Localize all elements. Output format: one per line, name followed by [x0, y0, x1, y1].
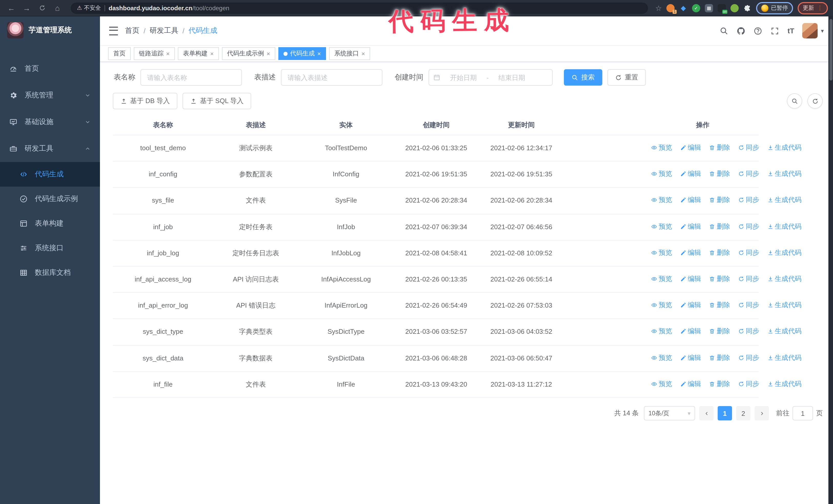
- page-button-2[interactable]: 2: [736, 406, 751, 421]
- sidebar-item-infra[interactable]: 基础设施: [0, 109, 100, 135]
- edit-link[interactable]: 编辑: [680, 379, 701, 389]
- extension-icon-4[interactable]: ▦: [705, 4, 713, 12]
- sidebar-item-form-builder[interactable]: 表单构建: [0, 211, 100, 236]
- delete-link[interactable]: 删除: [709, 143, 730, 153]
- table-name-input[interactable]: [140, 69, 242, 86]
- delete-link[interactable]: 删除: [709, 195, 730, 205]
- search-button[interactable]: 搜索: [564, 69, 602, 86]
- edit-link[interactable]: 编辑: [680, 300, 701, 310]
- import-sql-button[interactable]: 基于 SQL 导入: [183, 93, 252, 109]
- extensions-puzzle-icon[interactable]: [743, 4, 752, 12]
- bookmark-star-icon[interactable]: ☆: [656, 4, 662, 12]
- generate-code-link[interactable]: 生成代码: [767, 169, 802, 179]
- close-icon[interactable]: ×: [166, 50, 170, 57]
- sync-link[interactable]: 同步: [738, 326, 759, 337]
- generate-code-link[interactable]: 生成代码: [767, 248, 802, 258]
- preview-link[interactable]: 预览: [651, 221, 672, 232]
- sync-link[interactable]: 同步: [738, 221, 759, 232]
- help-icon[interactable]: [754, 26, 763, 35]
- sync-link[interactable]: 同步: [738, 274, 759, 284]
- prev-page-button[interactable]: [699, 406, 714, 421]
- sync-link[interactable]: 同步: [738, 379, 759, 389]
- sidebar-item-codegen[interactable]: 代码生成: [0, 162, 100, 187]
- edit-link[interactable]: 编辑: [680, 195, 701, 205]
- preview-link[interactable]: 预览: [651, 195, 672, 205]
- extension-icon-1[interactable]: 1: [666, 4, 674, 12]
- font-size-icon[interactable]: tT: [788, 27, 794, 35]
- sync-link[interactable]: 同步: [738, 248, 759, 258]
- preview-link[interactable]: 预览: [651, 143, 672, 153]
- close-icon[interactable]: ×: [317, 50, 321, 57]
- edit-link[interactable]: 编辑: [680, 353, 701, 363]
- generate-code-link[interactable]: 生成代码: [767, 195, 802, 205]
- tab-codegen[interactable]: 代码生成×: [278, 47, 326, 60]
- page-scrollbar[interactable]: [828, 16, 833, 504]
- generate-code-link[interactable]: 生成代码: [767, 300, 802, 310]
- toggle-search-button[interactable]: [787, 93, 802, 109]
- sync-link[interactable]: 同步: [738, 143, 759, 153]
- delete-link[interactable]: 删除: [709, 353, 730, 363]
- preview-link[interactable]: 预览: [651, 248, 672, 258]
- sidebar-item-home[interactable]: 首页: [0, 55, 100, 82]
- next-page-button[interactable]: [755, 406, 769, 421]
- breadcrumb-home[interactable]: 首页: [125, 26, 139, 35]
- page-button-1[interactable]: 1: [718, 406, 732, 421]
- generate-code-link[interactable]: 生成代码: [767, 221, 802, 232]
- browser-back-button[interactable]: ←: [5, 2, 18, 14]
- search-icon[interactable]: [720, 26, 729, 35]
- delete-link[interactable]: 删除: [709, 274, 730, 284]
- github-icon[interactable]: [737, 26, 745, 35]
- browser-profile-chip[interactable]: 已暂停: [756, 2, 793, 14]
- reset-button[interactable]: 重置: [608, 69, 646, 86]
- start-date-input[interactable]: [443, 73, 484, 82]
- more-menu-icon[interactable]: ⋮: [817, 5, 823, 11]
- extension-icon-2[interactable]: ◆: [679, 4, 687, 12]
- preview-link[interactable]: 预览: [651, 379, 672, 389]
- extension-icon-5[interactable]: on: [718, 4, 726, 12]
- delete-link[interactable]: 删除: [709, 326, 730, 337]
- import-db-button[interactable]: 基于 DB 导入: [113, 93, 177, 109]
- breadcrumb-devtools[interactable]: 研发工具: [150, 26, 178, 35]
- tab-codegen-example[interactable]: 代码生成示例×: [222, 47, 275, 60]
- generate-code-link[interactable]: 生成代码: [767, 274, 802, 284]
- browser-home-button[interactable]: ⌂: [51, 2, 64, 14]
- close-icon[interactable]: ×: [210, 50, 214, 57]
- edit-link[interactable]: 编辑: [680, 274, 701, 284]
- tab-trace[interactable]: 链路追踪×: [134, 47, 175, 60]
- close-icon[interactable]: ×: [361, 50, 365, 57]
- browser-update-button[interactable]: 更新⋮: [798, 2, 828, 14]
- edit-link[interactable]: 编辑: [680, 169, 701, 179]
- tab-home[interactable]: 首页: [108, 47, 131, 60]
- sync-link[interactable]: 同步: [738, 195, 759, 205]
- delete-link[interactable]: 删除: [709, 300, 730, 310]
- sidebar-item-system[interactable]: 系统管理: [0, 82, 100, 109]
- end-date-input[interactable]: [491, 73, 533, 82]
- edit-link[interactable]: 编辑: [680, 326, 701, 337]
- delete-link[interactable]: 删除: [709, 221, 730, 232]
- close-icon[interactable]: ×: [266, 50, 270, 57]
- goto-page-input[interactable]: [792, 406, 813, 421]
- scrollbar-thumb[interactable]: [829, 19, 832, 80]
- delete-link[interactable]: 删除: [709, 248, 730, 258]
- sidebar-logo[interactable]: 芋道管理系统: [0, 17, 100, 44]
- fullscreen-icon[interactable]: [771, 26, 780, 35]
- preview-link[interactable]: 预览: [651, 326, 672, 337]
- user-menu[interactable]: ▾: [803, 23, 824, 39]
- sidebar-item-devtools[interactable]: 研发工具: [0, 135, 100, 162]
- preview-link[interactable]: 预览: [651, 300, 672, 310]
- extension-icon-6[interactable]: [731, 4, 739, 12]
- preview-link[interactable]: 预览: [651, 169, 672, 179]
- page-size-select[interactable]: 10条/页 ▾: [644, 406, 695, 421]
- date-range-picker[interactable]: -: [429, 69, 553, 86]
- browser-reload-button[interactable]: [36, 2, 48, 14]
- edit-link[interactable]: 编辑: [680, 143, 701, 153]
- sidebar-item-codegen-example[interactable]: 代码生成示例: [0, 187, 100, 211]
- edit-link[interactable]: 编辑: [680, 248, 701, 258]
- delete-link[interactable]: 删除: [709, 379, 730, 389]
- preview-link[interactable]: 预览: [651, 274, 672, 284]
- generate-code-link[interactable]: 生成代码: [767, 143, 802, 153]
- extension-icon-3[interactable]: ✓: [692, 4, 700, 12]
- generate-code-link[interactable]: 生成代码: [767, 353, 802, 363]
- preview-link[interactable]: 预览: [651, 353, 672, 363]
- edit-link[interactable]: 编辑: [680, 221, 701, 232]
